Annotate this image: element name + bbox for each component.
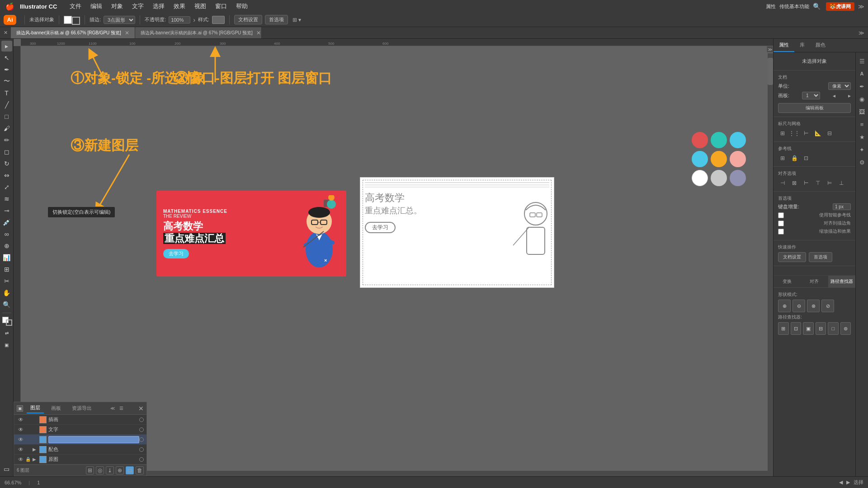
symbol-icon-right[interactable]: ◉ [857,94,867,104]
new-sublayer-btn[interactable]: ⊕ [116,466,124,474]
pencil-tool[interactable]: ✏ [1,135,12,145]
warp-tool[interactable]: ≋ [1,193,12,204]
snap-corners-checkbox[interactable] [778,221,784,226]
swap-colors-icon[interactable]: ⇄ [1,328,12,338]
layer-circle-chuahua[interactable] [139,418,144,422]
swatch-teal[interactable] [711,132,727,148]
layer-expand-peise[interactable]: ▶ [31,447,38,452]
align-tab[interactable]: 对齐 [801,276,828,287]
menu-text[interactable]: 文字 [132,2,144,10]
typekit-icon[interactable]: A [857,69,867,79]
menu-view[interactable]: 视图 [194,2,206,10]
layer-row-yuantu[interactable]: 👁 🔒 ▶ 原图 [14,455,146,465]
search-icon[interactable]: 🔍 [813,3,821,10]
fill-color-box[interactable] [64,16,72,24]
mirror-tool[interactable]: ⇔ [1,170,12,181]
zoom-tool[interactable]: 🔍 [1,299,12,310]
swatch-orange[interactable] [711,151,727,167]
new-layer-btn[interactable]: □ [126,466,134,474]
layers-tab[interactable]: 图层 [27,403,44,413]
line-tool[interactable]: ╱ [1,99,12,110]
asset-export-tab[interactable]: 资源导出 [68,404,95,413]
grid-icon[interactable]: ⊞ [778,129,787,138]
collapse-panel-icon[interactable]: ≫ [768,47,772,52]
color-mode-icon[interactable]: ▣ [1,339,12,350]
layer-expand-yuantu[interactable]: ▶ [31,457,38,462]
rect-tool[interactable]: □ [1,111,12,122]
text-tool[interactable]: T [1,88,12,99]
layer-circle-yuantu[interactable] [139,457,144,462]
artboard-tool[interactable]: ⊞ [1,264,12,275]
tab-library[interactable]: 库 [794,39,810,52]
hand-tool[interactable]: ✋ [1,287,12,298]
zoom-indicator[interactable]: 66.67% [5,480,21,485]
swatch-gray[interactable] [711,170,727,186]
layer-eye-chuahua[interactable]: 👁 [17,417,25,423]
eyedropper-tool[interactable]: 💉 [1,217,12,228]
artboards-tab[interactable]: 画板 [47,404,65,413]
pf-intersect[interactable]: ⊗ [807,300,820,312]
tab-1-close[interactable]: ✕ [256,30,261,36]
pf-unite[interactable]: ⊕ [778,300,791,312]
layer-lock-chuahua[interactable]: 🔒 [25,417,31,422]
align-top-icon[interactable]: ⊤ [813,178,822,188]
star-icon[interactable]: ★ [857,132,867,142]
pf-outline[interactable]: □ [828,322,839,335]
menu-help[interactable]: 帮助 [236,2,248,10]
tab-0-close[interactable]: ✕ [125,30,129,36]
menu-file[interactable]: 文件 [70,2,81,10]
swatch-white[interactable] [692,170,708,186]
layer-eye-wenzi[interactable]: 👁 [17,427,25,433]
direct-select-tool[interactable]: ↖ [1,52,12,63]
layer-circle-editing[interactable] [139,437,144,442]
layers-panel-pin[interactable]: ▣ [17,405,23,412]
image-icon[interactable]: 🖼 [857,107,867,117]
menu-edit[interactable]: 编辑 [90,2,102,10]
layer-lock-wenzi[interactable]: 🔒 [25,427,31,432]
align-right-icon[interactable]: ⊢ [802,178,811,188]
pf-divide[interactable]: ⊞ [778,322,789,335]
symbol-tool[interactable]: ⊕ [1,240,12,251]
menu-effect[interactable]: 效果 [174,2,185,10]
playback-next[interactable]: ▶ [846,479,850,485]
ruler-icon[interactable]: ⊢ [802,129,811,138]
scrollbar-thumb-v[interactable] [768,58,773,85]
change-screen-mode[interactable]: ▭ [1,464,12,474]
unit-select[interactable]: 像素 [828,82,851,90]
close-all-btn[interactable]: ✕ [0,27,11,38]
layers-collapse-icon[interactable]: ≪ [109,405,116,412]
blend-tool[interactable]: ∞ [1,229,12,239]
select-tool[interactable]: ▸ [1,41,12,52]
align-center-v-icon[interactable]: ⊨ [825,178,834,188]
settings-icon[interactable]: ⚙ [857,157,867,167]
layers-menu-icon[interactable]: ☰ [118,405,125,412]
layer-row-chuahua[interactable]: 👁 🔒 插画 [14,415,146,425]
opacity-input[interactable] [169,16,190,23]
show-guides-icon[interactable]: ⊞ [778,154,787,163]
properties-icon[interactable]: ☰ [857,56,867,66]
swatch-light-blue[interactable] [692,151,708,167]
layer-lock-yuantu[interactable]: 🔒 [25,457,31,462]
align-center-h-icon[interactable]: ⊠ [790,178,799,188]
layer-eye-yuantu[interactable]: 👁 [17,456,25,463]
curvature-tool[interactable]: 〜 [1,76,12,87]
delete-layer-btn[interactable]: 🗑 [136,466,144,474]
snap-px-input[interactable] [833,203,851,210]
tab-0[interactable]: 插边风-banner演示稿.ai @ 66.67% [RGB/GPU 预览] ✕ [11,27,135,38]
layer-eye-editing[interactable]: 👁 [17,436,25,443]
style-box[interactable] [212,16,225,24]
lock-guides-icon[interactable]: 🔒 [790,154,799,163]
transform-tab[interactable]: 变换 [774,276,801,287]
panel-expand-icon[interactable]: ≫ [858,3,864,10]
make-comp-btn[interactable]: ⊞ [86,466,94,474]
pen-icon[interactable]: ✒ [857,81,867,91]
layer-circle-peise[interactable] [139,447,144,452]
fill-stroke-colors[interactable] [1,316,12,327]
apple-menu[interactable]: 🍎 [5,2,14,11]
locate-object-btn[interactable]: ◎ [96,466,104,474]
swatch-blue-gray[interactable] [730,170,746,186]
layer-row-peise[interactable]: 👁 🔒 ▶ 配色 [14,445,146,455]
collect-btn[interactable]: ⤓ [106,466,114,474]
doc-setup-btn[interactable]: 文档设置 [234,15,262,24]
app-name[interactable]: Illustrator CC [20,3,57,10]
